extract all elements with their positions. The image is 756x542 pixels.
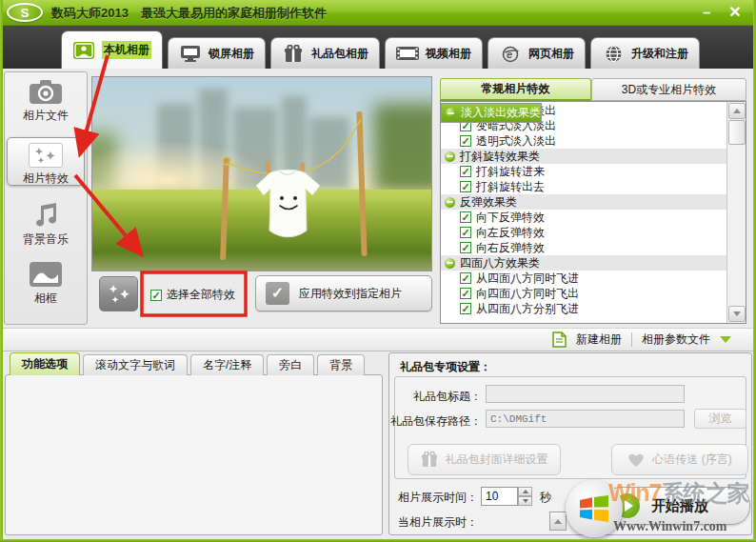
checkbox-checked-icon[interactable]: ✓ [460, 288, 471, 299]
window-border [0, 0, 3, 542]
photo-duration-input[interactable] [481, 487, 518, 506]
scroll-up-button[interactable] [728, 103, 746, 119]
sidebar-item-label: 相框 [8, 291, 84, 307]
app-logo-icon: S [7, 3, 43, 22]
collapse-icon[interactable] [445, 258, 455, 269]
tab-function-options[interactable]: 功能选项 [10, 352, 80, 375]
effect-group-header[interactable]: 反弹效果类 [441, 194, 727, 210]
scrollbar-thumb[interactable] [728, 120, 746, 145]
camera-icon [28, 78, 64, 105]
duration-spinner[interactable] [518, 487, 532, 506]
tab-upgrade-register[interactable]: 升级和注册 [590, 37, 700, 69]
photo-person-icon [72, 41, 95, 59]
effect-item[interactable]: ✓向左反弹特效 [441, 225, 727, 240]
checkbox-checked-icon[interactable]: ✓ [150, 290, 162, 301]
effect-label: 向下反弹特效 [476, 210, 545, 225]
play-label: 开始播放 [651, 497, 708, 515]
group-label: 打斜旋转效果类 [460, 149, 540, 164]
effect-item[interactable]: ✓打斜旋转出去 [441, 179, 727, 194]
dropdown-arrow-icon[interactable] [720, 336, 731, 343]
effect-item[interactable]: ✓向下反弹特效 [441, 210, 727, 225]
effect-group-header[interactable]: 打斜旋转效果类 [441, 149, 727, 164]
apply-effects-button[interactable]: ✓ 应用特效到指定相片 [255, 275, 432, 311]
sidebar-item-background-music[interactable]: 背景音乐 [8, 202, 84, 248]
gift-path-label: 礼品包保存路径： [390, 413, 482, 430]
tab-web-album[interactable]: e 网页相册 [487, 37, 586, 69]
scrollbar[interactable] [726, 102, 746, 323]
new-document-icon [552, 331, 567, 348]
tab-scrolling-text-lyrics[interactable]: 滚动文字与歌词 [83, 354, 188, 375]
play-triangle-icon [625, 500, 633, 512]
checkbox-checked-icon[interactable]: ✓ [460, 181, 471, 192]
monitor-icon [179, 45, 202, 63]
tab-local-album[interactable]: 本机相册 [61, 30, 163, 69]
sidebar-item-photo-files[interactable]: 相片文件 [8, 78, 84, 124]
effect-item[interactable]: ✓向四面八方同时飞出 [441, 286, 727, 301]
tab-background[interactable]: 背景 [317, 354, 365, 375]
tab-giftpack-album[interactable]: 礼品包相册 [270, 37, 380, 69]
browser-e-icon: e [499, 45, 522, 63]
checkbox-checked-icon[interactable]: ✓ [460, 135, 471, 147]
sparkles-icon [105, 283, 133, 306]
checkbox-checked-icon[interactable]: ✓ [460, 227, 471, 238]
checkbox-checked-icon[interactable]: ✓ [460, 166, 471, 177]
scroll-down-button[interactable] [728, 306, 746, 322]
effect-item[interactable]: ✓打斜旋转进来 [441, 164, 727, 179]
tab-lockscreen-album[interactable]: 锁屏相册 [168, 37, 266, 69]
minimize-button[interactable]: － [693, 0, 720, 25]
tab-narration[interactable]: 旁白 [267, 354, 314, 375]
effect-item[interactable]: ✓从四面八方分别飞进 [441, 301, 727, 316]
music-note-icon [28, 202, 64, 229]
effect-group-header[interactable]: 淡入淡出效果类 [441, 103, 542, 123]
tab-video-album[interactable]: 视频相册 [385, 37, 483, 69]
effect-label: 从四面八方分别飞进 [476, 301, 579, 316]
select-all-effects[interactable]: ✓ 选择全部特效 [150, 287, 235, 303]
gift-title-input[interactable] [486, 385, 685, 403]
effect-item[interactable]: ✓向右反弹特效 [441, 240, 727, 255]
gift-title-label: 礼品包标题： [394, 389, 482, 405]
check-square-icon: ✓ [266, 282, 289, 305]
tab-name-notes[interactable]: 名字/注释 [190, 354, 264, 375]
windows-flag-icon [579, 494, 609, 523]
checkbox-checked-icon[interactable]: ✓ [460, 303, 471, 314]
album-params-button[interactable]: 相册参数文件 [642, 331, 710, 348]
close-button[interactable]: ✕ [722, 0, 748, 25]
heart-message-button[interactable]: 心语传送 (序言) [611, 444, 748, 475]
gift-path-input[interactable] [486, 410, 685, 428]
checkbox-checked-icon[interactable]: ✓ [460, 272, 471, 284]
collapse-icon[interactable] [445, 197, 455, 208]
effects-list: 淡入淡出效果类 ✓变亮式淡入淡出 ✓变暗式淡入淡出 ✓透明式淡入淡出 打斜旋转效… [440, 101, 746, 324]
collapse-icon[interactable] [446, 108, 456, 118]
spin-down-button[interactable] [518, 496, 532, 506]
spin-up-button[interactable] [518, 487, 532, 496]
frame-icon [28, 261, 64, 288]
group-label: 淡入淡出效果类 [461, 105, 541, 121]
tab-3d-effects[interactable]: 3D或专业相片特效 [591, 78, 746, 101]
effect-group-header[interactable]: 四面八方效果类 [441, 255, 727, 271]
effect-item[interactable]: ✓透明式淡入淡出 [441, 133, 727, 149]
effect-label: 打斜旋转出去 [476, 179, 545, 194]
svg-text:e: e [507, 49, 512, 60]
checkbox-checked-icon[interactable]: ✓ [460, 242, 471, 253]
effects-sparkle-button[interactable] [99, 276, 138, 311]
new-album-button[interactable]: 新建相册 [576, 331, 622, 348]
effect-label: 向右反弹特效 [476, 240, 545, 255]
gift-cover-settings-button[interactable]: 礼品包封面详细设置 [408, 444, 561, 475]
browse-button[interactable]: 浏览 [694, 409, 746, 429]
sidebar-item-photo-effects[interactable]: 相片特效 [7, 137, 85, 186]
gift-icon [282, 45, 305, 63]
tab-regular-effects[interactable]: 常规相片特效 [440, 78, 591, 101]
checkbox-checked-icon[interactable]: ✓ [460, 211, 471, 223]
start-play-button[interactable]: 开始播放 [603, 487, 750, 525]
album-toolbar: 新建相册 相册参数文件 [0, 328, 756, 351]
windows-logo-watermark [566, 480, 623, 537]
main-tab-strip: 本机相册 锁屏相册 礼品包相册 视频相册 e 网页相册 [0, 26, 756, 69]
group-label: 反弹效果类 [460, 194, 517, 210]
group-label: 四面八方效果类 [460, 255, 540, 271]
options-panel [5, 374, 383, 535]
collapse-icon[interactable] [445, 151, 455, 162]
sidebar-item-label: 相片特效 [8, 171, 84, 187]
effect-item[interactable]: ✓从四面八方同时飞进 [441, 271, 727, 286]
sidebar-item-photo-frame[interactable]: 相框 [8, 261, 84, 307]
display-mode-up-button[interactable] [549, 512, 567, 531]
